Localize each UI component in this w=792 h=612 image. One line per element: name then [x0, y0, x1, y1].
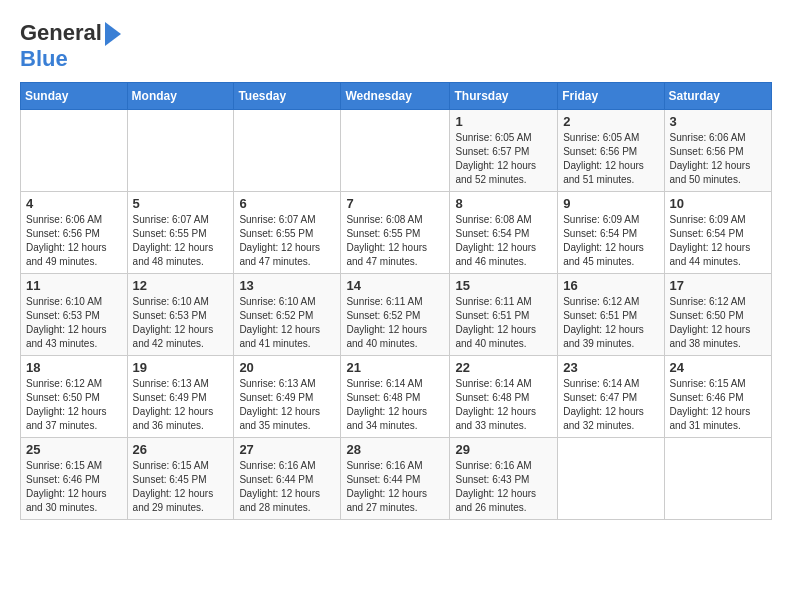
- calendar-cell: 1Sunrise: 6:05 AM Sunset: 6:57 PM Daylig…: [450, 110, 558, 192]
- day-number: 27: [239, 442, 335, 457]
- calendar-week-row: 18Sunrise: 6:12 AM Sunset: 6:50 PM Dayli…: [21, 356, 772, 438]
- day-info: Sunrise: 6:10 AM Sunset: 6:52 PM Dayligh…: [239, 295, 335, 351]
- day-info: Sunrise: 6:11 AM Sunset: 6:52 PM Dayligh…: [346, 295, 444, 351]
- calendar-cell: [127, 110, 234, 192]
- calendar-cell: 8Sunrise: 6:08 AM Sunset: 6:54 PM Daylig…: [450, 192, 558, 274]
- logo-general-text: General: [20, 20, 102, 46]
- calendar-cell: 11Sunrise: 6:10 AM Sunset: 6:53 PM Dayli…: [21, 274, 128, 356]
- weekday-header-wednesday: Wednesday: [341, 83, 450, 110]
- day-info: Sunrise: 6:09 AM Sunset: 6:54 PM Dayligh…: [670, 213, 766, 269]
- day-info: Sunrise: 6:16 AM Sunset: 6:43 PM Dayligh…: [455, 459, 552, 515]
- calendar-week-row: 4Sunrise: 6:06 AM Sunset: 6:56 PM Daylig…: [21, 192, 772, 274]
- day-number: 29: [455, 442, 552, 457]
- calendar-cell: 17Sunrise: 6:12 AM Sunset: 6:50 PM Dayli…: [664, 274, 771, 356]
- weekday-header-saturday: Saturday: [664, 83, 771, 110]
- calendar-cell: 9Sunrise: 6:09 AM Sunset: 6:54 PM Daylig…: [558, 192, 664, 274]
- calendar-table: SundayMondayTuesdayWednesdayThursdayFrid…: [20, 82, 772, 520]
- day-info: Sunrise: 6:05 AM Sunset: 6:56 PM Dayligh…: [563, 131, 658, 187]
- day-info: Sunrise: 6:06 AM Sunset: 6:56 PM Dayligh…: [26, 213, 122, 269]
- day-number: 20: [239, 360, 335, 375]
- day-number: 6: [239, 196, 335, 211]
- calendar-cell: 22Sunrise: 6:14 AM Sunset: 6:48 PM Dayli…: [450, 356, 558, 438]
- day-number: 14: [346, 278, 444, 293]
- day-number: 11: [26, 278, 122, 293]
- day-number: 26: [133, 442, 229, 457]
- calendar-cell: 12Sunrise: 6:10 AM Sunset: 6:53 PM Dayli…: [127, 274, 234, 356]
- day-info: Sunrise: 6:14 AM Sunset: 6:48 PM Dayligh…: [346, 377, 444, 433]
- day-info: Sunrise: 6:09 AM Sunset: 6:54 PM Dayligh…: [563, 213, 658, 269]
- weekday-header-friday: Friday: [558, 83, 664, 110]
- calendar-cell: [664, 438, 771, 520]
- day-info: Sunrise: 6:15 AM Sunset: 6:45 PM Dayligh…: [133, 459, 229, 515]
- day-info: Sunrise: 6:10 AM Sunset: 6:53 PM Dayligh…: [26, 295, 122, 351]
- day-number: 7: [346, 196, 444, 211]
- day-number: 2: [563, 114, 658, 129]
- weekday-header-sunday: Sunday: [21, 83, 128, 110]
- calendar-cell: 13Sunrise: 6:10 AM Sunset: 6:52 PM Dayli…: [234, 274, 341, 356]
- day-info: Sunrise: 6:11 AM Sunset: 6:51 PM Dayligh…: [455, 295, 552, 351]
- day-info: Sunrise: 6:07 AM Sunset: 6:55 PM Dayligh…: [133, 213, 229, 269]
- calendar-cell: 2Sunrise: 6:05 AM Sunset: 6:56 PM Daylig…: [558, 110, 664, 192]
- day-number: 9: [563, 196, 658, 211]
- day-info: Sunrise: 6:16 AM Sunset: 6:44 PM Dayligh…: [239, 459, 335, 515]
- weekday-header-tuesday: Tuesday: [234, 83, 341, 110]
- day-number: 3: [670, 114, 766, 129]
- day-number: 22: [455, 360, 552, 375]
- calendar-week-row: 25Sunrise: 6:15 AM Sunset: 6:46 PM Dayli…: [21, 438, 772, 520]
- weekday-header-monday: Monday: [127, 83, 234, 110]
- day-info: Sunrise: 6:12 AM Sunset: 6:50 PM Dayligh…: [26, 377, 122, 433]
- calendar-header-row: SundayMondayTuesdayWednesdayThursdayFrid…: [21, 83, 772, 110]
- logo-blue-text: Blue: [20, 46, 68, 71]
- day-info: Sunrise: 6:08 AM Sunset: 6:54 PM Dayligh…: [455, 213, 552, 269]
- day-info: Sunrise: 6:07 AM Sunset: 6:55 PM Dayligh…: [239, 213, 335, 269]
- logo-arrow-icon: [105, 22, 121, 46]
- calendar-cell: 14Sunrise: 6:11 AM Sunset: 6:52 PM Dayli…: [341, 274, 450, 356]
- day-number: 15: [455, 278, 552, 293]
- calendar-cell: [341, 110, 450, 192]
- day-number: 23: [563, 360, 658, 375]
- calendar-cell: 16Sunrise: 6:12 AM Sunset: 6:51 PM Dayli…: [558, 274, 664, 356]
- day-info: Sunrise: 6:08 AM Sunset: 6:55 PM Dayligh…: [346, 213, 444, 269]
- day-number: 21: [346, 360, 444, 375]
- day-info: Sunrise: 6:13 AM Sunset: 6:49 PM Dayligh…: [133, 377, 229, 433]
- calendar-cell: 27Sunrise: 6:16 AM Sunset: 6:44 PM Dayli…: [234, 438, 341, 520]
- calendar-week-row: 1Sunrise: 6:05 AM Sunset: 6:57 PM Daylig…: [21, 110, 772, 192]
- weekday-header-thursday: Thursday: [450, 83, 558, 110]
- day-info: Sunrise: 6:12 AM Sunset: 6:50 PM Dayligh…: [670, 295, 766, 351]
- day-number: 17: [670, 278, 766, 293]
- calendar-cell: 25Sunrise: 6:15 AM Sunset: 6:46 PM Dayli…: [21, 438, 128, 520]
- calendar-cell: 6Sunrise: 6:07 AM Sunset: 6:55 PM Daylig…: [234, 192, 341, 274]
- calendar-cell: 20Sunrise: 6:13 AM Sunset: 6:49 PM Dayli…: [234, 356, 341, 438]
- day-info: Sunrise: 6:05 AM Sunset: 6:57 PM Dayligh…: [455, 131, 552, 187]
- calendar-cell: 15Sunrise: 6:11 AM Sunset: 6:51 PM Dayli…: [450, 274, 558, 356]
- day-number: 8: [455, 196, 552, 211]
- day-number: 5: [133, 196, 229, 211]
- day-number: 12: [133, 278, 229, 293]
- calendar-cell: 7Sunrise: 6:08 AM Sunset: 6:55 PM Daylig…: [341, 192, 450, 274]
- day-number: 1: [455, 114, 552, 129]
- calendar-cell: 29Sunrise: 6:16 AM Sunset: 6:43 PM Dayli…: [450, 438, 558, 520]
- day-info: Sunrise: 6:14 AM Sunset: 6:47 PM Dayligh…: [563, 377, 658, 433]
- page-header: General Blue: [20, 20, 772, 72]
- day-number: 19: [133, 360, 229, 375]
- calendar-cell: 24Sunrise: 6:15 AM Sunset: 6:46 PM Dayli…: [664, 356, 771, 438]
- calendar-cell: 10Sunrise: 6:09 AM Sunset: 6:54 PM Dayli…: [664, 192, 771, 274]
- day-number: 4: [26, 196, 122, 211]
- day-number: 25: [26, 442, 122, 457]
- day-info: Sunrise: 6:14 AM Sunset: 6:48 PM Dayligh…: [455, 377, 552, 433]
- day-info: Sunrise: 6:13 AM Sunset: 6:49 PM Dayligh…: [239, 377, 335, 433]
- day-number: 16: [563, 278, 658, 293]
- day-info: Sunrise: 6:06 AM Sunset: 6:56 PM Dayligh…: [670, 131, 766, 187]
- day-number: 24: [670, 360, 766, 375]
- calendar-cell: 23Sunrise: 6:14 AM Sunset: 6:47 PM Dayli…: [558, 356, 664, 438]
- day-number: 28: [346, 442, 444, 457]
- day-info: Sunrise: 6:15 AM Sunset: 6:46 PM Dayligh…: [670, 377, 766, 433]
- calendar-cell: 28Sunrise: 6:16 AM Sunset: 6:44 PM Dayli…: [341, 438, 450, 520]
- calendar-cell: 3Sunrise: 6:06 AM Sunset: 6:56 PM Daylig…: [664, 110, 771, 192]
- day-info: Sunrise: 6:16 AM Sunset: 6:44 PM Dayligh…: [346, 459, 444, 515]
- calendar-cell: [21, 110, 128, 192]
- day-number: 18: [26, 360, 122, 375]
- day-info: Sunrise: 6:10 AM Sunset: 6:53 PM Dayligh…: [133, 295, 229, 351]
- calendar-cell: 18Sunrise: 6:12 AM Sunset: 6:50 PM Dayli…: [21, 356, 128, 438]
- calendar-cell: 5Sunrise: 6:07 AM Sunset: 6:55 PM Daylig…: [127, 192, 234, 274]
